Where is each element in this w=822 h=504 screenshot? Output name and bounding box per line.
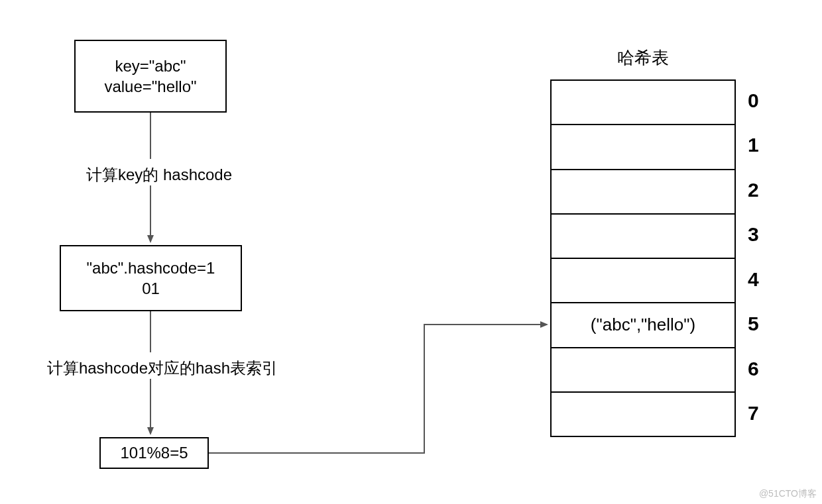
table-index: 0 — [748, 89, 759, 112]
flow-box-input-line1: key="abc" — [115, 56, 186, 76]
table-index: 5 — [748, 313, 759, 335]
edge-label-index: 计算hashcode对应的hash表索引 — [23, 358, 302, 379]
flow-box-result-text: 101%8=5 — [120, 442, 188, 463]
arrow-3 — [209, 325, 547, 453]
table-index: 1 — [748, 134, 759, 156]
table-row — [552, 125, 734, 170]
flow-box-hashcode: "abc".hashcode=1 01 — [60, 245, 242, 311]
table-row — [552, 348, 734, 393]
table-index: 2 — [748, 179, 759, 201]
table-index: 4 — [748, 268, 759, 291]
flow-box-input-line2: value="hello" — [104, 76, 196, 97]
flow-box-input: key="abc" value="hello" — [74, 40, 227, 113]
table-row — [552, 393, 734, 436]
table-index: 6 — [748, 358, 759, 380]
table-row — [552, 259, 734, 303]
table-row — [552, 215, 734, 259]
hash-table: ("abc","hello") — [550, 79, 736, 437]
edge-label-hashcode: 计算key的 hashcode — [53, 164, 265, 185]
table-row: ("abc","hello") — [552, 303, 734, 348]
flow-box-result: 101%8=5 — [99, 437, 209, 469]
table-row — [552, 170, 734, 215]
watermark: @51CTO博客 — [759, 488, 817, 500]
hash-table-title: 哈希表 — [550, 46, 736, 70]
flow-box-hashcode-line2: 01 — [142, 278, 160, 299]
table-index: 3 — [748, 223, 759, 246]
flow-box-hashcode-line1: "abc".hashcode=1 — [87, 258, 215, 278]
table-index: 7 — [748, 402, 759, 425]
table-row — [552, 81, 734, 125]
